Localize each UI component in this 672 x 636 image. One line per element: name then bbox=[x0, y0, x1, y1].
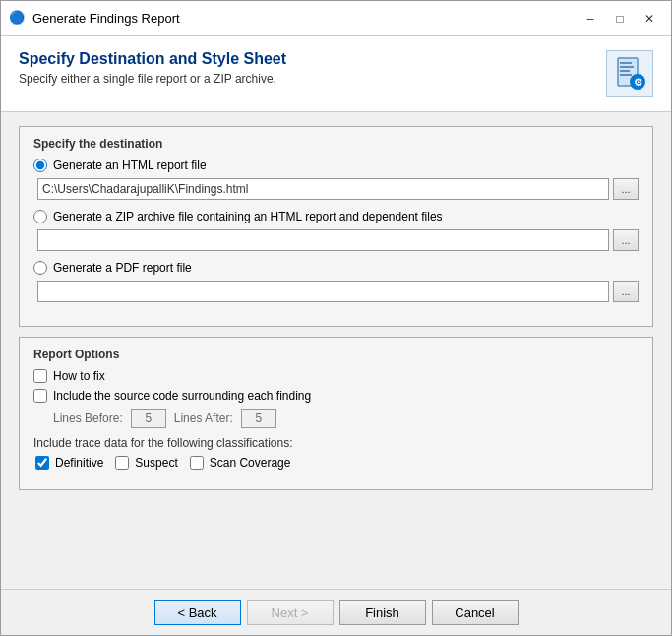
zip-radio-row: Generate a ZIP archive file containing a… bbox=[33, 210, 639, 223]
content-area: Specify the destination Generate an HTML… bbox=[1, 112, 671, 589]
zip-file-input[interactable] bbox=[37, 229, 609, 251]
window-title: Generate Findings Report bbox=[32, 11, 571, 26]
app-icon: 🔵 bbox=[9, 10, 27, 28]
pdf-file-row: ... bbox=[37, 281, 639, 302]
suspect-label[interactable]: Suspect bbox=[135, 456, 177, 470]
html-file-row: ... bbox=[37, 178, 639, 200]
definitive-row: Definitive bbox=[35, 456, 103, 470]
header-text: Specify Destination and Style Sheet Spec… bbox=[19, 50, 606, 86]
pdf-radio[interactable] bbox=[33, 261, 47, 275]
suspect-row: Suspect bbox=[115, 456, 177, 470]
pdf-browse-button[interactable]: ... bbox=[613, 281, 639, 302]
title-bar-controls: – □ ✕ bbox=[577, 8, 663, 30]
scan-coverage-label[interactable]: Scan Coverage bbox=[210, 456, 291, 470]
definitive-label[interactable]: Definitive bbox=[55, 456, 103, 470]
html-radio[interactable] bbox=[33, 159, 47, 172]
suspect-checkbox[interactable] bbox=[115, 456, 129, 470]
page-title: Specify Destination and Style Sheet bbox=[19, 50, 606, 68]
svg-rect-1 bbox=[620, 62, 632, 64]
svg-text:⚙: ⚙ bbox=[634, 77, 642, 88]
header-icon: ⚙ bbox=[606, 50, 653, 97]
footer: < Back Next > Finish Cancel bbox=[1, 589, 671, 635]
html-browse-button[interactable]: ... bbox=[613, 178, 639, 200]
destination-group-label: Specify the destination bbox=[33, 137, 639, 151]
lines-after-label: Lines After: bbox=[174, 412, 233, 425]
destination-group: Specify the destination Generate an HTML… bbox=[19, 126, 653, 327]
pdf-radio-label[interactable]: Generate a PDF report file bbox=[53, 261, 192, 275]
document-icon: ⚙ bbox=[612, 56, 647, 92]
page-subtitle: Specify either a single file report or a… bbox=[19, 72, 606, 86]
finish-button[interactable]: Finish bbox=[339, 600, 426, 625]
lines-before-input[interactable] bbox=[131, 409, 166, 428]
how-to-fix-row: How to fix bbox=[33, 369, 639, 383]
svg-rect-2 bbox=[620, 66, 634, 68]
source-code-checkbox[interactable] bbox=[33, 389, 47, 403]
scan-coverage-row: Scan Coverage bbox=[190, 456, 291, 470]
lines-row: Lines Before: Lines After: bbox=[53, 409, 639, 428]
zip-browse-button[interactable]: ... bbox=[613, 229, 639, 251]
pdf-radio-row: Generate a PDF report file bbox=[33, 261, 639, 275]
zip-radio[interactable] bbox=[33, 210, 47, 223]
definitive-checkbox[interactable] bbox=[35, 456, 49, 470]
lines-after-input[interactable] bbox=[241, 409, 276, 428]
cancel-button[interactable]: Cancel bbox=[432, 600, 519, 625]
how-to-fix-checkbox[interactable] bbox=[33, 369, 47, 383]
html-radio-label[interactable]: Generate an HTML report file bbox=[53, 159, 207, 172]
html-radio-row: Generate an HTML report file bbox=[33, 159, 639, 172]
report-options-label: Report Options bbox=[33, 348, 639, 361]
title-bar: 🔵 Generate Findings Report – □ ✕ bbox=[1, 1, 671, 36]
how-to-fix-label[interactable]: How to fix bbox=[53, 369, 105, 383]
trace-label: Include trace data for the following cla… bbox=[33, 436, 639, 450]
minimize-button[interactable]: – bbox=[577, 8, 604, 30]
close-button[interactable]: ✕ bbox=[636, 8, 663, 30]
classifications-row: Definitive Suspect Scan Coverage bbox=[35, 456, 639, 476]
maximize-button[interactable]: □ bbox=[606, 8, 634, 30]
pdf-file-input[interactable] bbox=[37, 281, 609, 302]
header-section: Specify Destination and Style Sheet Spec… bbox=[1, 36, 671, 112]
svg-rect-3 bbox=[620, 70, 630, 72]
html-file-input[interactable] bbox=[37, 178, 609, 200]
svg-rect-4 bbox=[620, 74, 632, 76]
report-options-group: Report Options How to fix Include the so… bbox=[19, 337, 653, 490]
source-code-label[interactable]: Include the source code surrounding each… bbox=[53, 389, 311, 403]
back-button[interactable]: < Back bbox=[154, 600, 241, 625]
zip-file-row: ... bbox=[37, 229, 639, 251]
next-button[interactable]: Next > bbox=[247, 600, 334, 625]
source-code-row: Include the source code surrounding each… bbox=[33, 389, 639, 403]
scan-coverage-checkbox[interactable] bbox=[190, 456, 204, 470]
lines-before-label: Lines Before: bbox=[53, 412, 123, 425]
main-window: 🔵 Generate Findings Report – □ ✕ Specify… bbox=[0, 0, 672, 636]
zip-radio-label[interactable]: Generate a ZIP archive file containing a… bbox=[53, 210, 443, 223]
